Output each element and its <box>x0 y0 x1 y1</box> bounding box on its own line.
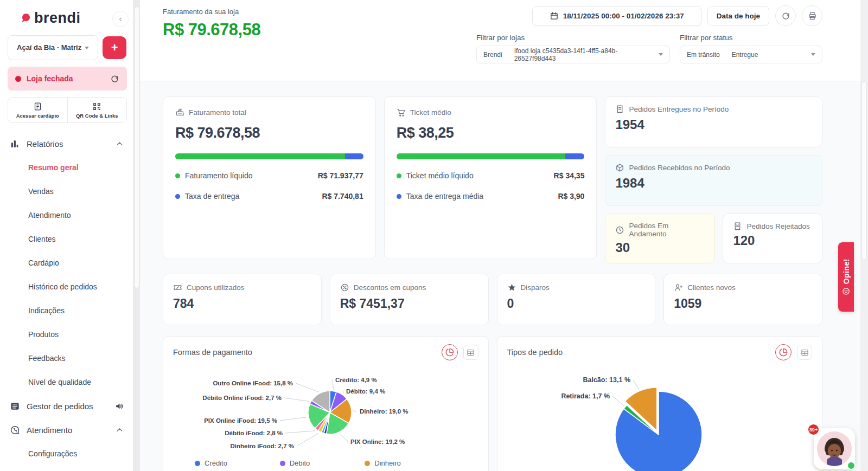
descontos-cupons-value: R$ 7451,37 <box>340 296 478 311</box>
sidebar-item-configuracoes[interactable]: Configurações <box>0 442 133 466</box>
table-view-button[interactable] <box>797 345 812 360</box>
sidebar-item-atendimento-rel[interactable]: Atendimento <box>0 203 133 227</box>
menu-access-button[interactable]: Acessar cardápio <box>8 98 68 122</box>
progress-green-segment <box>397 153 565 159</box>
chevron-down-icon <box>85 47 89 49</box>
legend-dinheiro: Dinheiro <box>365 459 450 467</box>
progress-blue-segment <box>565 153 584 159</box>
legend-debito: Débito <box>280 459 365 467</box>
legend-dot-icon <box>195 461 200 466</box>
card-clientes-novos: Clientes novos 1059 <box>663 274 822 325</box>
store-status-banner[interactable]: Loja fechada <box>8 67 127 91</box>
today-button[interactable]: Data de hoje <box>707 6 769 26</box>
speaker-icon[interactable] <box>115 402 124 411</box>
pedidos-andamento-value: 30 <box>615 240 705 255</box>
callout-credito: Crédito: 4,9 % <box>335 377 377 383</box>
status-filter-select[interactable]: Em trânsito Entregue <box>680 46 822 63</box>
callout-debito: Débito: 9,4 % <box>346 388 385 395</box>
main-scrollbar-thumb[interactable] <box>861 81 867 260</box>
sidebar-item-relatorios[interactable]: Relatórios <box>0 132 133 156</box>
cupons-utilizados-value: 784 <box>173 296 311 311</box>
status-filter-value-1: Em trânsito <box>687 51 720 59</box>
tipos-pedido-title: Tipos de pedido <box>507 348 776 357</box>
sidebar-scrollbar[interactable] <box>133 0 140 471</box>
printer-icon <box>808 11 817 21</box>
ticket-liquido-label: Ticket médio líquido <box>406 171 549 180</box>
chevron-up-icon <box>115 139 124 149</box>
table-icon <box>801 349 809 357</box>
refresh-button[interactable] <box>775 5 796 26</box>
taxa-entrega-label: Taxa de entrega <box>185 192 317 201</box>
pedidos-rejeitados-value: 120 <box>733 233 812 248</box>
pie-chart-icon <box>779 348 788 357</box>
sidebar-collapse-button[interactable]: ‹ <box>112 11 129 27</box>
star-icon <box>507 283 516 292</box>
callout-retirada: Retirada: 1,7 % <box>561 392 610 400</box>
feedback-tab[interactable]: Opine! <box>838 242 854 312</box>
card-descontos-cupons: Descontos em cupons R$ 7451,37 <box>330 274 489 325</box>
sidebar-item-gestor-pedidos[interactable]: Gestor de pedidos <box>0 394 133 418</box>
sidebar-item-atendimento[interactable]: Atendimento <box>0 418 133 442</box>
sidebar-scrollbar-thumb[interactable] <box>134 7 139 288</box>
disparos-value: 0 <box>507 296 646 311</box>
print-button[interactable] <box>802 5 822 26</box>
sidebar-item-historico-pedidos[interactable]: Histórico de pedidos <box>0 275 133 299</box>
taxa-entrega-media-label: Taxa de entrega média <box>406 192 553 201</box>
add-store-button[interactable]: + <box>103 36 126 59</box>
sidebar-item-cardapio[interactable]: Cardápio <box>0 251 133 275</box>
chart-header: Formas de pagamento <box>163 337 488 360</box>
legend-credito: Crédito <box>195 459 280 467</box>
store-name: Açaí da Bia - Matriz <box>17 43 81 52</box>
legend-label: Dinheiro <box>374 459 400 467</box>
revenue-value: R$ 79.678,58 <box>163 20 260 40</box>
payment-legend: Crédito Débito Dinheiro PIX Online Crédi… <box>195 459 450 471</box>
store-filter-select[interactable]: Brendi Ifood loja c5435da3-14f1-4ff5-a84… <box>476 46 670 63</box>
card-title-row: Pedidos Em Andamento <box>615 222 705 238</box>
status-dot-icon <box>15 76 21 82</box>
calendar-icon <box>550 11 559 21</box>
legend-row: Taxa de entrega média R$ 3,90 <box>397 192 585 201</box>
sidebar: brendi ‹ Açaí da Bia - Matriz + Loja fec… <box>0 0 133 471</box>
smiley-icon <box>842 287 850 295</box>
legend-label: Débito <box>290 459 310 467</box>
sidebar-item-clientes[interactable]: Clientes <box>0 227 133 251</box>
feedback-tab-label: Opine! <box>842 259 851 284</box>
sidebar-item-nivel-qualidade[interactable]: Nível de qualidade <box>0 370 133 394</box>
legend-row: Faturamento líquido R$ 71.937,77 <box>175 171 363 180</box>
callout-dinheiro: Dinheiro: 19,0 % <box>360 408 408 415</box>
order-types-pie-chart: Balcão: 13,1 % Retirada: 1,7 % <box>507 363 813 471</box>
quick-actions: Acessar cardápio QR Code & Links <box>8 97 127 123</box>
receipt-x-icon <box>733 222 742 231</box>
callout-balcao: Balcão: 13,1 % <box>583 376 630 384</box>
support-avatar <box>817 431 852 466</box>
pie-view-button[interactable] <box>442 344 458 360</box>
chat-widget[interactable]: 39+ <box>814 428 855 469</box>
menu-document-icon <box>33 102 42 111</box>
taxa-entrega-value: R$ 7.740,81 <box>322 192 363 201</box>
store-selector[interactable]: Açaí da Bia - Matriz <box>8 35 98 60</box>
sidebar-item-resumo-geral[interactable]: Resumo geral <box>0 156 133 179</box>
callout-dinheiro-ifood: Dinheiro iFood: 2,7 % <box>231 443 295 449</box>
payment-methods-pie-chart: Crédito: 4,9 % Débito: 9,4 % Dinheiro: 1… <box>173 363 478 456</box>
qr-links-button[interactable]: QR Code & Links <box>68 98 127 122</box>
charts-row: Formas de pagamento Crédito: 4,9 % Débit… <box>163 336 822 471</box>
card-title-row: Clientes novos <box>674 283 812 292</box>
clientes-novos-title: Clientes novos <box>687 283 736 292</box>
date-range-picker[interactable]: 18/11/2025 00:00 - 01/02/2026 23:37 <box>532 6 701 26</box>
pie-slices <box>615 388 702 471</box>
sidebar-item-produtos[interactable]: Produtos <box>0 322 133 346</box>
taxa-entrega-media-value: R$ 3,90 <box>558 192 584 201</box>
sidebar-item-vendas[interactable]: Vendas <box>0 179 133 203</box>
card-faturamento-total: Faturamento total R$ 79.678,58 Faturamen… <box>163 96 376 259</box>
sidebar-item-feedbacks[interactable]: Feedbacks <box>0 346 133 370</box>
pie-view-button[interactable] <box>775 344 792 360</box>
legend-label: Crédito <box>205 459 227 467</box>
date-range-value: 18/11/2025 00:00 - 01/02/2026 23:37 <box>563 12 684 20</box>
main-scrollbar[interactable] <box>860 0 868 471</box>
green-dot-icon <box>397 173 401 178</box>
table-view-button[interactable] <box>463 345 478 360</box>
card-title-row: Cupons utilizados <box>173 283 311 292</box>
sidebar-item-indicacoes[interactable]: Indicações <box>0 299 133 322</box>
card-title-row: Pedidos Recebidos no Período <box>615 163 812 172</box>
refresh-status-icon[interactable] <box>110 74 119 83</box>
